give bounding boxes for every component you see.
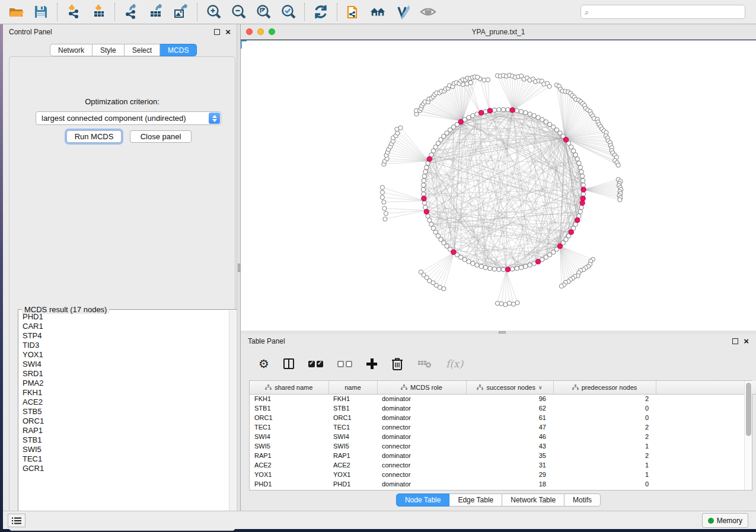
network-node[interactable] xyxy=(476,75,480,79)
delete-column-button[interactable] xyxy=(391,357,403,370)
network-node[interactable] xyxy=(384,211,388,216)
table-row[interactable]: TEC1TEC1connector472 xyxy=(250,422,756,432)
cell-MCDS-role[interactable]: dominator xyxy=(377,394,466,403)
import-table-button[interactable] xyxy=(90,4,107,20)
cell-successor-nodes[interactable]: 46 xyxy=(466,432,553,441)
dominator-node[interactable] xyxy=(458,120,463,124)
network-node[interactable] xyxy=(528,263,532,267)
network-node[interactable] xyxy=(395,131,400,135)
result-scrollbar[interactable] xyxy=(229,310,236,525)
mcds-result-item[interactable]: PMA2 xyxy=(19,379,228,388)
cell-name[interactable]: TEC1 xyxy=(328,422,377,432)
cell-name[interactable]: YOX1 xyxy=(328,470,377,479)
table-row[interactable]: YOX1YOX1connector291 xyxy=(250,470,756,479)
cell-name[interactable]: PHD1 xyxy=(328,479,377,489)
network-node[interactable] xyxy=(532,114,536,118)
cell-MCDS-role[interactable]: connector xyxy=(377,441,466,451)
close-panel-icon[interactable]: × xyxy=(225,29,231,35)
splitter-handle[interactable] xyxy=(238,264,240,272)
network-node[interactable] xyxy=(575,157,579,161)
cell-predecessor-nodes[interactable]: 0 xyxy=(553,479,656,489)
network-node[interactable] xyxy=(486,78,490,82)
network-node[interactable] xyxy=(425,165,429,169)
cell-MCDS-role[interactable]: dominator xyxy=(377,403,466,413)
table-scrollbar[interactable] xyxy=(744,381,752,490)
cell-successor-nodes[interactable]: 31 xyxy=(466,460,553,470)
cell-predecessor-nodes[interactable]: 1 xyxy=(553,460,656,470)
cell-successor-nodes[interactable]: 43 xyxy=(466,441,553,451)
close-panel-icon[interactable]: × xyxy=(744,338,749,344)
network-node[interactable] xyxy=(422,183,426,187)
network-node[interactable] xyxy=(618,198,622,202)
mcds-result-item[interactable]: SWI4 xyxy=(19,360,228,369)
cell-shared-name[interactable]: RAP1 xyxy=(250,451,328,460)
dominator-node[interactable] xyxy=(451,249,456,254)
dominator-node[interactable] xyxy=(487,108,492,113)
network-node[interactable] xyxy=(422,178,426,182)
tab-select[interactable]: Select xyxy=(125,44,160,56)
mcds-result-item[interactable]: TID3 xyxy=(19,341,228,350)
cell-shared-name[interactable]: SWI4 xyxy=(250,432,328,441)
network-node[interactable] xyxy=(616,163,620,167)
tab-network-table[interactable]: Network Table xyxy=(502,493,564,507)
export-image-button[interactable] xyxy=(173,4,189,20)
cell-MCDS-role[interactable]: connector xyxy=(377,422,466,432)
network-node[interactable] xyxy=(421,187,425,191)
add-column-button[interactable] xyxy=(366,358,377,369)
network-node[interactable] xyxy=(573,153,578,157)
network-node[interactable] xyxy=(380,195,384,199)
table-row[interactable]: SWI5SWI5connector431 xyxy=(250,441,756,451)
graphics-details-button[interactable] xyxy=(420,4,436,20)
close-panel-button[interactable]: Close panel xyxy=(130,130,192,143)
cell-name[interactable]: ACE2 xyxy=(328,460,377,470)
network-node[interactable] xyxy=(429,222,433,226)
network-node[interactable] xyxy=(380,190,384,194)
cell-predecessor-nodes[interactable]: 1 xyxy=(553,470,656,479)
network-node[interactable] xyxy=(579,169,583,174)
cell-name[interactable]: SWI5 xyxy=(328,441,377,451)
cell-successor-nodes[interactable]: 62 xyxy=(466,403,553,413)
cell-predecessor-nodes[interactable]: 1 xyxy=(553,441,656,451)
dominator-node[interactable] xyxy=(581,187,586,192)
network-node[interactable] xyxy=(383,217,387,221)
network-node[interactable] xyxy=(419,270,423,274)
network-node[interactable] xyxy=(581,192,585,196)
table-row[interactable]: ACE2ACE2connector311 xyxy=(250,460,756,470)
column-header-MCDS-role[interactable]: MCDS role xyxy=(377,381,466,394)
export-table-button[interactable] xyxy=(148,4,164,20)
mcds-result-item[interactable]: ORC1 xyxy=(19,416,228,426)
float-panel-icon[interactable] xyxy=(214,29,220,35)
mcds-result-item[interactable]: STP4 xyxy=(19,331,228,341)
network-node[interactable] xyxy=(581,183,585,187)
table-row[interactable]: ORC1ORC1dominator610 xyxy=(250,413,756,422)
network-node[interactable] xyxy=(380,185,384,190)
network-node[interactable] xyxy=(524,264,528,268)
network-node[interactable] xyxy=(536,116,540,120)
network-node[interactable] xyxy=(492,108,496,112)
cell-MCDS-role[interactable]: dominator xyxy=(377,413,466,422)
dominator-node[interactable] xyxy=(479,110,484,115)
network-node[interactable] xyxy=(501,107,505,111)
cell-shared-name[interactable]: ORC1 xyxy=(250,413,328,422)
cell-predecessor-nodes[interactable]: 2 xyxy=(553,394,656,403)
network-node[interactable] xyxy=(515,266,519,270)
cell-shared-name[interactable]: STB1 xyxy=(250,403,328,413)
dominator-node[interactable] xyxy=(563,137,568,142)
dominator-node[interactable] xyxy=(510,108,515,113)
network-node[interactable] xyxy=(503,303,508,307)
network-node[interactable] xyxy=(524,111,528,115)
network-node[interactable] xyxy=(475,263,479,267)
network-node[interactable] xyxy=(578,165,582,169)
network-node[interactable] xyxy=(471,261,475,265)
network-node[interactable] xyxy=(468,81,473,85)
open-file-button[interactable] xyxy=(8,4,24,20)
cell-shared-name[interactable]: FKH1 xyxy=(250,394,328,403)
dominator-node[interactable] xyxy=(422,196,426,201)
save-session-button[interactable] xyxy=(33,4,49,20)
dominator-node[interactable] xyxy=(505,267,510,272)
network-node[interactable] xyxy=(511,302,515,306)
network-node[interactable] xyxy=(580,174,584,178)
network-node[interactable] xyxy=(426,214,430,218)
network-node[interactable] xyxy=(488,266,492,270)
table-row[interactable]: SWI4SWI4dominator462 xyxy=(250,432,756,441)
